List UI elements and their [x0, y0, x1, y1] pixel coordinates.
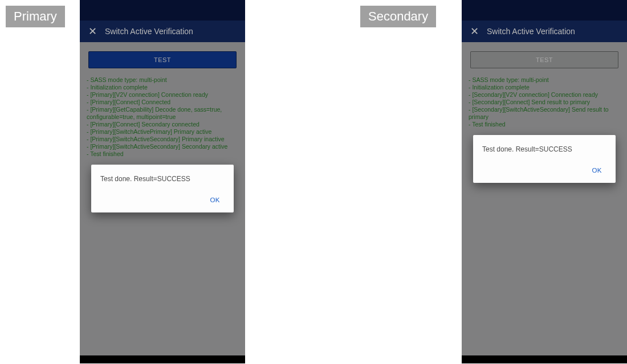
result-dialog: Test done. Result=SUCCESS OK: [473, 135, 616, 183]
log-line: - [Primary][Connect] Connected: [87, 99, 238, 106]
log-line: - [Primary][Connect] Secondary connected: [87, 121, 238, 128]
close-icon[interactable]: ✕: [84, 25, 100, 38]
ok-button[interactable]: OK: [205, 193, 225, 207]
log-line: - Initialization complete: [87, 84, 238, 91]
log-line: - [Secondary][V2V connection] Connection…: [469, 91, 620, 99]
log-line: - [Primary][SwitchActivePrimary] Primary…: [87, 128, 238, 136]
result-dialog: Test done. Result=SUCCESS OK: [91, 165, 234, 212]
label-secondary: Secondary: [360, 6, 436, 27]
status-bar: [462, 0, 627, 21]
log-line: - Initialization complete: [469, 84, 620, 91]
app-bar: ✕ Switch Active Verification: [462, 21, 627, 42]
android-navbar: [462, 355, 627, 363]
test-button[interactable]: TEST: [470, 51, 618, 68]
log-line: - Test finished: [87, 150, 238, 158]
log-line: - [Primary][GetCapability] Decode done, …: [87, 106, 238, 121]
dialog-message: Test done. Result=SUCCESS: [482, 145, 606, 153]
log-line: - [Primary][SwitchActiveSecondary] Prima…: [87, 136, 238, 143]
phone-primary: ✕ Switch Active Verification TEST - SASS…: [80, 0, 245, 363]
label-primary: Primary: [6, 6, 65, 27]
android-navbar: [80, 355, 245, 363]
content-area: TEST - SASS mode type: multi-point- Init…: [462, 42, 627, 189]
phone-secondary: ✕ Switch Active Verification TEST - SASS…: [462, 0, 627, 363]
ok-button[interactable]: OK: [587, 163, 606, 177]
app-bar-title: Switch Active Verification: [105, 27, 193, 36]
content-area: TEST - SASS mode type: multi-point- Init…: [80, 42, 245, 218]
close-icon[interactable]: ✕: [466, 25, 482, 38]
log-line: - [Primary][SwitchActiveSecondary] Secon…: [87, 143, 238, 150]
dialog-message: Test done. Result=SUCCESS: [100, 175, 225, 183]
app-bar-title: Switch Active Verification: [487, 27, 575, 36]
log-line: - [Secondary][Connect] Send result to pr…: [469, 99, 620, 106]
log-line: - [Primary][V2V connection] Connection r…: [87, 91, 238, 99]
test-button[interactable]: TEST: [88, 51, 237, 68]
log-line: - Test finished: [469, 121, 620, 128]
log-output: - SASS mode type: multi-point- Initializ…: [467, 76, 621, 135]
log-line: - [Secondary][SwitchActiveSecondary] Sen…: [469, 106, 620, 121]
log-line: - SASS mode type: multi-point: [469, 76, 620, 84]
log-output: - SASS mode type: multi-point- Initializ…: [85, 76, 239, 165]
log-line: - SASS mode type: multi-point: [87, 76, 238, 84]
status-bar: [80, 0, 245, 21]
app-bar: ✕ Switch Active Verification: [80, 21, 245, 42]
